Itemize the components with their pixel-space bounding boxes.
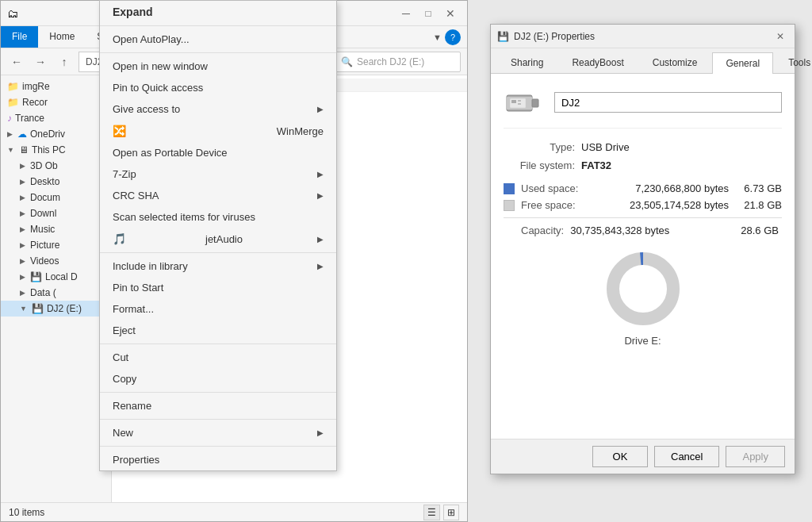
expand-arrow-3d: ▶ bbox=[20, 162, 25, 170]
donut-chart bbox=[603, 249, 683, 328]
ctx-jetaudio[interactable]: 🎵 jetAudio ▶ bbox=[100, 228, 336, 250]
expand-arrow-dj2: ▼ bbox=[20, 305, 27, 313]
ctx-pin-quick-access[interactable]: Pin to Quick access bbox=[100, 77, 336, 98]
search-bar[interactable]: 🔍 Search DJ2 (E:) bbox=[334, 52, 461, 72]
sidebar-item-documents[interactable]: ▶ Docum bbox=[1, 190, 111, 205]
maximize-button[interactable]: □ bbox=[418, 5, 439, 22]
sidebar-item-3dobj[interactable]: ▶ 3D Ob bbox=[1, 158, 111, 174]
ctx-include-library[interactable]: Include in library ▶ bbox=[100, 255, 336, 277]
ctx-give-access[interactable]: Give access to ▶ bbox=[100, 98, 336, 120]
free-space-gb: 21.8 GB bbox=[738, 199, 782, 211]
music-icon: ♪ bbox=[7, 113, 12, 124]
back-button[interactable]: ← bbox=[7, 52, 26, 71]
thispc-icon: 🖥 bbox=[19, 144, 29, 155]
separator-6 bbox=[100, 419, 336, 420]
apply-button[interactable]: Apply bbox=[726, 446, 785, 467]
ctx-cut[interactable]: Cut bbox=[100, 347, 336, 368]
expand-arrow-onedrive: ▶ bbox=[7, 130, 13, 138]
ctx-format[interactable]: Format... bbox=[100, 298, 336, 320]
ctx-7zip[interactable]: 7-Zip ▶ bbox=[100, 163, 336, 185]
ctx-properties[interactable]: Properties bbox=[100, 449, 336, 470]
search-icon: 🔍 bbox=[341, 56, 353, 67]
capacity-row: Capacity: 30,735,843,328 bytes 28.6 GB bbox=[504, 225, 782, 236]
sidebar-item-datac[interactable]: ▶ Data ( bbox=[1, 285, 111, 301]
details-view-button[interactable]: ☰ bbox=[423, 505, 440, 520]
sidebar-item-trance[interactable]: ♪ Trance bbox=[1, 110, 111, 126]
up-button[interactable]: ↑ bbox=[55, 52, 74, 71]
cancel-button[interactable]: Cancel bbox=[654, 446, 719, 467]
dialog-title: 💾 DJ2 (E:) Properties bbox=[497, 31, 595, 42]
ctx-give-access-label: Give access to bbox=[113, 103, 180, 115]
item-count: 10 items bbox=[9, 507, 44, 518]
forward-button[interactable]: → bbox=[31, 52, 50, 71]
expand-arrow-desktop: ▶ bbox=[20, 178, 25, 186]
ctx-open-autoplay[interactable]: Open AutoPlay... bbox=[100, 29, 336, 50]
svg-rect-6 bbox=[518, 103, 521, 105]
capacity-label: Capacity: bbox=[521, 225, 564, 236]
ctx-jetaudio-label: jetAudio bbox=[205, 233, 243, 245]
ctx-open-portable[interactable]: Open as Portable Device bbox=[100, 142, 336, 163]
sidebar-item-onedrive[interactable]: ▶ ☁ OneDriv bbox=[1, 126, 111, 142]
used-space-bytes: 7,230,668,800 bytes bbox=[635, 182, 738, 194]
ctx-rename-label: Rename bbox=[113, 400, 151, 412]
filesystem-value: FAT32 bbox=[581, 159, 611, 171]
sidebar-label-3dobj: 3D Ob bbox=[30, 160, 58, 171]
expand-arrow-thispc: ▼ bbox=[7, 146, 14, 154]
ctx-rename[interactable]: Rename bbox=[100, 395, 336, 416]
sidebar-item-videos[interactable]: ▶ Videos bbox=[1, 253, 111, 269]
search-placeholder: Search DJ2 (E:) bbox=[357, 56, 424, 67]
ctx-pin-start-label: Pin to Start bbox=[113, 282, 163, 294]
ctx-copy-label: Copy bbox=[113, 373, 136, 385]
sidebar-item-downloads[interactable]: ▶ Downl bbox=[1, 205, 111, 221]
ctx-new[interactable]: New ▶ bbox=[100, 422, 336, 443]
tab-file[interactable]: File bbox=[1, 26, 38, 48]
ctx-format-label: Format... bbox=[113, 303, 154, 315]
ctx-winmerge[interactable]: 🔀 WinMerge bbox=[100, 120, 336, 142]
expand-arrow-pic: ▶ bbox=[20, 241, 25, 249]
ok-button[interactable]: OK bbox=[592, 446, 648, 467]
sidebar-label-downloads: Downl bbox=[30, 208, 56, 219]
ctx-eject[interactable]: Eject bbox=[100, 320, 336, 341]
large-icons-button[interactable]: ⊞ bbox=[443, 505, 459, 520]
drive-name-input[interactable] bbox=[554, 92, 782, 113]
close-button[interactable]: ✕ bbox=[440, 5, 461, 22]
sidebar-item-pictures[interactable]: ▶ Picture bbox=[1, 237, 111, 253]
sidebar-item-recor[interactable]: 📁 Recor bbox=[1, 94, 111, 110]
tab-customize[interactable]: Customize bbox=[639, 52, 711, 73]
ctx-expand[interactable]: Expand bbox=[100, 1, 336, 23]
ctx-pin-start[interactable]: Pin to Start bbox=[100, 277, 336, 298]
ctx-new-arrow: ▶ bbox=[317, 428, 324, 437]
collapse-ribbon-icon[interactable]: ▼ bbox=[433, 33, 442, 42]
dialog-drive-icon: 💾 bbox=[497, 31, 509, 42]
tab-readyboost[interactable]: ReadyBoost bbox=[558, 52, 637, 73]
sidebar-item-music[interactable]: ▶ Music bbox=[1, 221, 111, 237]
ctx-pin-quick-access-label: Pin to Quick access bbox=[113, 82, 203, 94]
capacity-bytes: 30,735,843,328 bytes bbox=[570, 225, 669, 236]
ctx-give-access-arrow: ▶ bbox=[317, 105, 324, 113]
sidebar-label-pictures: Picture bbox=[30, 240, 59, 251]
sidebar-item-thispc[interactable]: ▼ 🖥 This PC bbox=[1, 142, 111, 158]
capacity-gb: 28.6 GB bbox=[741, 225, 782, 236]
separator-1 bbox=[100, 25, 336, 26]
sidebar-item-locald[interactable]: ▶ 💾 Local D bbox=[1, 269, 111, 285]
ctx-copy[interactable]: Copy bbox=[100, 368, 336, 390]
free-space-label: Free space: bbox=[521, 199, 584, 211]
svg-point-7 bbox=[613, 259, 673, 319]
svg-rect-5 bbox=[518, 100, 521, 102]
help-button[interactable]: ? bbox=[445, 29, 461, 45]
sidebar-item-desktop[interactable]: ▶ Deskto bbox=[1, 174, 111, 190]
tab-tools[interactable]: Tools bbox=[775, 52, 812, 73]
ctx-winmerge-label: WinMerge bbox=[277, 125, 324, 137]
ctx-open-new-window[interactable]: Open in new window bbox=[100, 56, 336, 77]
tab-sharing[interactable]: Sharing bbox=[497, 52, 557, 73]
dialog-close-button[interactable]: ✕ bbox=[772, 29, 788, 44]
ctx-crc-sha[interactable]: CRC SHA ▶ bbox=[100, 185, 336, 206]
tab-general[interactable]: General bbox=[712, 52, 773, 74]
minimize-button[interactable]: ─ bbox=[396, 5, 416, 22]
expand-arrow-local: ▶ bbox=[20, 273, 25, 281]
sidebar-item-dj2e[interactable]: ▼ 💾 DJ2 (E:) bbox=[1, 301, 111, 317]
sidebar-item-imgre[interactable]: 📁 imgRe bbox=[1, 79, 111, 94]
ctx-scan-viruses[interactable]: Scan selected items for viruses bbox=[100, 206, 336, 228]
drive-icon-large bbox=[504, 86, 542, 118]
tab-home[interactable]: Home bbox=[38, 26, 86, 48]
